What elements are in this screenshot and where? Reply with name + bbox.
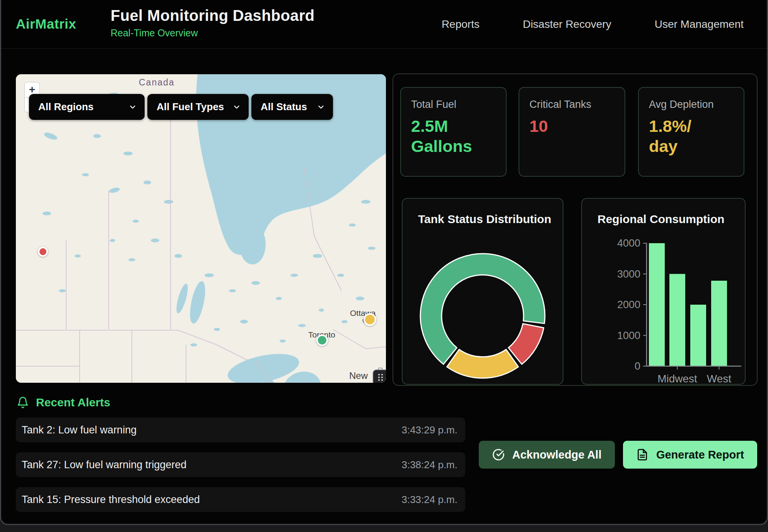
alert-message: Tank 2: Low fuel warning xyxy=(22,424,137,436)
map-marker-normal[interactable] xyxy=(316,334,328,346)
nav-item-reports[interactable]: Reports xyxy=(442,18,480,31)
action-button-label: Generate Report xyxy=(656,448,744,461)
alert-time: 3:33:24 p.m. xyxy=(401,494,457,506)
bell-icon xyxy=(17,396,29,409)
map-marker-critical[interactable] xyxy=(38,247,48,257)
filter-all-regions[interactable]: All Regions xyxy=(29,94,145,120)
y-tick-label: 4000 xyxy=(617,237,640,249)
title-block: Fuel Monitoring Dashboard Real-Time Over… xyxy=(111,7,314,39)
regional-consumption-card: 01000200030004000MidwestWest Regional Co… xyxy=(581,198,746,385)
page-title: Fuel Monitoring Dashboard xyxy=(111,7,314,24)
x-tick-label-midwest: Midwest xyxy=(657,373,697,385)
filter-all-fuel-types[interactable]: All Fuel Types xyxy=(147,94,249,120)
filter-label: All Regions xyxy=(38,101,94,113)
stat-label: Total Fuel xyxy=(411,99,496,111)
filter-all-status[interactable]: All Status xyxy=(251,94,333,120)
alert-time: 3:38:24 p.m. xyxy=(401,459,457,471)
main-nav: ReportsDisaster RecoveryUser Management xyxy=(442,0,744,48)
overview-panel: Total Fuel2.5M GallonsCritical Tanks10Av… xyxy=(393,73,758,386)
donut-segment-warning xyxy=(447,350,519,378)
bar-chart-title: Regional Consumption xyxy=(597,213,724,226)
alerts-header: Recent Alerts xyxy=(17,396,110,409)
alert-row[interactable]: Tank 15: Pressure threshold exceeded3:33… xyxy=(16,487,465,512)
nav-item-disaster-recovery[interactable]: Disaster Recovery xyxy=(523,18,611,31)
filter-label: All Status xyxy=(261,101,307,113)
stat-value: 2.5M Gallons xyxy=(411,116,479,157)
y-tick-label: 0 xyxy=(635,360,640,372)
bar-region-3 xyxy=(711,281,727,366)
bar-region-1 xyxy=(669,274,685,367)
action-button-label: Acknowledge All xyxy=(512,448,602,461)
map-canvas[interactable] xyxy=(16,74,386,383)
document-icon xyxy=(636,448,649,461)
bar-chart: 01000200030004000MidwestWest xyxy=(582,199,746,385)
stat-label: Avg Depletion xyxy=(649,99,734,111)
resize-grip-handle[interactable] xyxy=(373,370,386,383)
bar-region-2 xyxy=(690,305,706,366)
alert-row[interactable]: Tank 27: Low fuel warning triggered3:38:… xyxy=(16,452,465,477)
bar-region-0 xyxy=(649,243,665,366)
alert-message: Tank 15: Pressure threshold exceeded xyxy=(22,494,200,506)
alert-row[interactable]: Tank 2: Low fuel warning3:43:29 p.m. xyxy=(16,418,465,442)
chevron-down-icon xyxy=(232,103,241,111)
chevron-down-icon xyxy=(317,103,325,111)
stat-card-avg-depletion: Avg Depletion1.8%/ day xyxy=(638,87,744,177)
donut-chart-title: Tank Status Distribution xyxy=(418,213,551,226)
filter-label: All Fuel Types xyxy=(157,101,224,113)
header-bar: AirMatrix Fuel Monitoring Dashboard Real… xyxy=(1,0,767,49)
map-filters: All RegionsAll Fuel TypesAll Status xyxy=(29,94,333,120)
x-tick-label-west: West xyxy=(707,373,731,385)
donut-chart xyxy=(403,199,563,385)
map-panel: Canada Ottawa Toronto New York + − All R… xyxy=(16,74,386,383)
map-marker-warning[interactable] xyxy=(364,313,376,326)
alert-time: 3:43:29 p.m. xyxy=(401,424,457,436)
stat-value: 1.8%/ day xyxy=(649,116,717,157)
generate-report-button[interactable]: Generate Report xyxy=(623,441,757,469)
brand-logo[interactable]: AirMatrix xyxy=(16,16,76,32)
stat-card-critical-tanks: Critical Tanks10 xyxy=(519,87,625,177)
stat-card-total-fuel: Total Fuel2.5M Gallons xyxy=(400,87,507,177)
grip-dots-icon xyxy=(375,372,386,382)
nav-item-user-management[interactable]: User Management xyxy=(655,18,744,31)
check-circle-icon xyxy=(492,448,505,461)
alerts-title: Recent Alerts xyxy=(36,396,110,409)
y-tick-label: 1000 xyxy=(617,330,640,341)
donut-segment-critical xyxy=(509,324,544,364)
app-window: AirMatrix Fuel Monitoring Dashboard Real… xyxy=(0,0,768,525)
stat-value: 10 xyxy=(529,116,597,136)
acknowledge-all-button[interactable]: Acknowledge All xyxy=(479,441,615,469)
chevron-down-icon xyxy=(128,103,137,111)
tank-status-card: Tank Status Distribution xyxy=(402,198,563,385)
y-tick-label: 3000 xyxy=(617,268,640,280)
stat-label: Critical Tanks xyxy=(529,99,614,111)
alert-message: Tank 27: Low fuel warning triggered xyxy=(22,459,186,471)
page-subtitle: Real-Time Overview xyxy=(111,27,314,39)
y-tick-label: 2000 xyxy=(617,299,640,310)
